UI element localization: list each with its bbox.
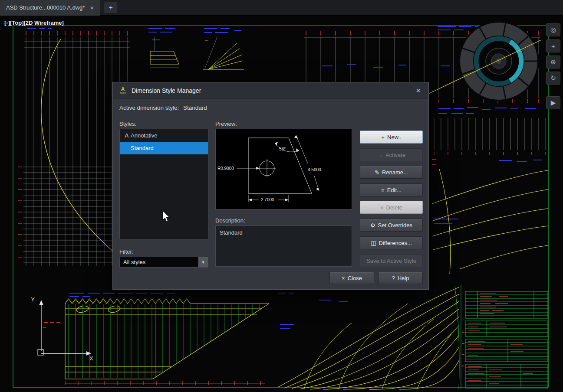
- autocad-2025-icon: A 2025: [118, 87, 128, 95]
- description-box: Standard: [215, 225, 352, 267]
- dimension-style-manager-dialog: A 2025 Dimension Style Manager × Active …: [112, 82, 429, 290]
- viewport-control-visual-style[interactable]: [2D Wireframe]: [24, 20, 64, 26]
- dialog-title: Dimension Style Manager: [132, 87, 408, 94]
- dimension-preview-image: R0.9000 53° 4.5000 2.7000: [216, 129, 352, 209]
- edit-icon: ≡: [381, 187, 385, 193]
- rename-icon: ✎: [375, 169, 379, 176]
- viewport-control-view[interactable]: [Top]: [10, 20, 24, 26]
- filter-value: All styles: [120, 259, 198, 265]
- close-x-icon: ×: [342, 275, 345, 281]
- style-item-standard[interactable]: Standard: [120, 142, 208, 154]
- preview-box: R0.9000 53° 4.5000 2.7000: [215, 129, 352, 209]
- style-item-label: Annotative: [131, 132, 157, 139]
- viewport-controls: [-] [Top] [2D Wireframe]: [4, 20, 64, 26]
- save-to-active-style-button: Save to Active Style: [360, 254, 423, 267]
- annotative-icon: A: [123, 132, 131, 139]
- chevron-down-icon[interactable]: ▼: [198, 257, 208, 267]
- question-mark-icon: ?: [392, 275, 395, 281]
- new-tab-button[interactable]: +: [104, 2, 117, 13]
- set-overrides-button[interactable]: ⚙ Set Overrides: [360, 219, 423, 232]
- differences-icon: ◫: [371, 240, 376, 246]
- document-tab-title: ASD Structure...000010 A.dwg*: [6, 4, 85, 11]
- preview-aligned-label: 4.5000: [308, 167, 321, 172]
- pan-icon[interactable]: +: [546, 39, 560, 52]
- navigation-wheel[interactable]: [458, 21, 539, 101]
- description-label: Description:: [215, 217, 245, 224]
- differences-button[interactable]: ◫ Differences...: [360, 236, 423, 249]
- close-button[interactable]: × Close: [329, 272, 374, 284]
- navigation-wheel-icon[interactable]: ◎: [546, 23, 560, 36]
- dialog-titlebar[interactable]: A 2025 Dimension Style Manager ×: [113, 82, 428, 99]
- style-item-label: Standard: [131, 145, 154, 151]
- navigation-bar: ◎ + ⊕ ↻ ▶: [546, 23, 560, 109]
- rename-button[interactable]: ✎ Rename...: [360, 166, 423, 179]
- file-tab-bar: ASD Structure...000010 A.dwg* × +: [0, 0, 563, 16]
- preview-label: Preview:: [215, 121, 237, 127]
- styles-label: Styles:: [119, 121, 136, 127]
- dialog-close-icon[interactable]: ×: [408, 82, 428, 99]
- preview-linear-label: 2.7000: [261, 197, 274, 202]
- x-axis-label: X: [89, 355, 93, 362]
- active-style-label: Active dimension style:: [119, 105, 179, 111]
- new-button[interactable]: + New..: [360, 131, 423, 144]
- delete-button: × Delete: [360, 201, 423, 214]
- orbit-icon[interactable]: ↻: [546, 72, 560, 85]
- edit-button[interactable]: ≡ Edit...: [360, 183, 423, 196]
- activate-button: → Activate: [360, 148, 423, 161]
- mouse-cursor: [162, 211, 171, 225]
- viewport-control-minimize[interactable]: [-]: [4, 20, 10, 26]
- help-button[interactable]: ? Help: [378, 272, 423, 284]
- tab-close-icon[interactable]: ×: [90, 4, 94, 11]
- document-tab[interactable]: ASD Structure...000010 A.dwg* ×: [0, 0, 100, 16]
- style-item-annotative[interactable]: A Annotative: [120, 129, 208, 142]
- active-style-value: Standard: [183, 105, 207, 111]
- arrow-right-icon: →: [377, 152, 383, 158]
- preview-radius-label: R0.9000: [217, 166, 234, 171]
- overrides-gear-icon: ⚙: [370, 222, 375, 229]
- y-axis-label: Y: [31, 296, 35, 303]
- preview-angle-label: 53°: [279, 147, 286, 151]
- show-motion-icon[interactable]: ▶: [546, 96, 560, 109]
- active-style-row: Active dimension style: Standard: [119, 105, 207, 111]
- zoom-icon[interactable]: ⊕: [546, 56, 560, 69]
- plus-icon: +: [381, 134, 385, 140]
- autocad-window: Y X ASD: [0, 0, 563, 392]
- delete-x-icon: ×: [380, 204, 384, 211]
- filter-label: Filter:: [119, 248, 134, 255]
- filter-dropdown[interactable]: All styles ▼: [119, 257, 208, 268]
